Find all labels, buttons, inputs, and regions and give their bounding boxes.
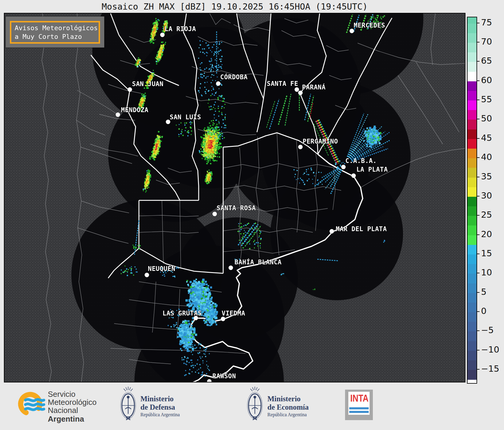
city-label-la-rioja: LA RIOJA — [165, 25, 196, 33]
colorbar-tick-label: 70 — [481, 36, 492, 47]
city-label-c-a-b-a-: C.A.B.A. — [345, 157, 377, 164]
colorbar-segment — [468, 254, 477, 264]
city-label-las-grutas: LAS GRUTAS — [163, 310, 202, 317]
city-dot-santa-fe — [295, 87, 299, 92]
colorbar-segment — [468, 81, 477, 91]
city-dot-cordoba — [216, 81, 220, 86]
city-dot-neuquen — [145, 273, 149, 277]
city-label-la-plata: LA PLATA — [356, 166, 388, 173]
colorbar-tick-mark — [477, 80, 480, 81]
colorbar-segment — [468, 245, 477, 255]
inta-logo: INTA — [345, 390, 373, 420]
colorbar-tick-mark — [477, 138, 480, 139]
city-label-mar-del-plata: MAR DEL PLATA — [336, 225, 387, 233]
colorbar-tick-mark — [477, 177, 480, 177]
colorbar-tick-label: 15 — [481, 248, 492, 258]
colorbar-tick-label: 5 — [481, 287, 486, 297]
smn-logo-icon — [16, 388, 46, 422]
colorbar-segment — [468, 178, 477, 187]
city-label-santa-rosa: SANTA ROSA — [217, 205, 256, 212]
inta-logo-panel: INTA — [348, 392, 370, 415]
alert-line-1: Avisos Meteorológicos — [15, 24, 99, 32]
radar-mosaic-page: Mosaico ZH MAX [dBZ] 19.10.2025 16:45HOA… — [0, 0, 504, 430]
colorbar-segment — [468, 197, 477, 207]
smn-line-3: Nacional — [48, 406, 96, 414]
colorbar-segment — [468, 17, 477, 24]
colorbar-segment — [468, 43, 477, 53]
alert-box-frame: Avisos Meteorológicos a Muy Corto Plazo — [10, 21, 100, 44]
colorbar-tick-label: 10 — [481, 267, 492, 277]
colorbar-segment — [468, 72, 477, 82]
colorbar-tick-label: 65 — [481, 56, 492, 66]
colorbar-segment — [468, 158, 477, 168]
economia-coat — [246, 386, 264, 425]
colorbar-tick-mark — [477, 119, 480, 119]
city-label-mercedes: MERCEDES — [354, 22, 385, 29]
inta-bar-2 — [349, 411, 369, 413]
colorbar-tick-mark — [477, 311, 480, 312]
colorbar-segment — [468, 283, 477, 293]
colorbar-segment — [468, 274, 477, 283]
colorbar-tick-label: −5 — [481, 325, 494, 335]
colorbar-tick-label: 60 — [481, 75, 492, 85]
city-dot-rawson — [207, 379, 212, 383]
colorbar-tick-label: 35 — [481, 171, 492, 182]
inta-wordmark: INTA — [350, 393, 367, 404]
colorbar-tick-mark — [477, 234, 480, 235]
colorbar-tick-label: 75 — [481, 17, 492, 28]
city-dot-la-rioja — [160, 33, 165, 37]
colorbar-tick-mark — [477, 157, 480, 158]
city-dot-bahia-blanca — [229, 266, 233, 270]
colorbar-segment — [468, 149, 477, 158]
colorbar-segment — [468, 303, 477, 312]
city-label-parana: PARANÁ — [302, 84, 326, 91]
economia-line-2: de Economía — [267, 403, 309, 411]
colorbar — [467, 17, 477, 384]
city-dot-c-a-b-a- — [341, 165, 346, 169]
colorbar-tick-mark — [477, 254, 480, 254]
colorbar-segment — [468, 351, 477, 361]
colorbar-tick-mark — [477, 273, 480, 273]
city-dot-mar-del-plata — [330, 229, 334, 234]
colorbar-tick-mark — [477, 196, 480, 196]
economia-wordmark: Ministerio de Economía República Argenti… — [267, 395, 309, 417]
city-dot-san-juan — [128, 87, 132, 92]
city-label-san-luis: SAN LUIS — [170, 114, 201, 121]
colorbar-tick-label: 50 — [481, 113, 492, 123]
colorbar-tick-label: 45 — [481, 133, 492, 143]
smn-line-1: Servicio — [48, 390, 96, 398]
page-title: Mosaico ZH MAX [dBZ] 19.10.2025 16:45HOA… — [4, 1, 465, 12]
colorbar-segment — [468, 206, 477, 216]
city-label-mendoza: MENDOZA — [121, 106, 148, 114]
colorbar-segment — [468, 24, 477, 33]
colorbar-tick-mark — [477, 350, 480, 350]
radar-echoes-layer — [4, 13, 465, 382]
defensa-line-1: Ministerio — [140, 395, 180, 403]
colorbar-segment — [468, 341, 477, 351]
city-label-cordoba: CÓRDOBA — [220, 74, 248, 81]
city-dot-la-plata — [351, 173, 356, 178]
city-dot-mercedes — [350, 29, 354, 33]
colorbar-tick-mark — [477, 369, 480, 370]
city-label-bahia-blanca: BAHÍA BLANCA — [235, 259, 282, 266]
colorbar-segment — [468, 264, 477, 274]
colorbar-tick-label: 55 — [481, 94, 492, 104]
radar-map: Avisos Meteorológicos a Muy Corto Plazo … — [4, 13, 465, 382]
inta-bar-1 — [349, 407, 369, 409]
city-dot-parana — [298, 91, 303, 95]
colorbar-tick-mark — [477, 61, 480, 62]
city-label-neuquen: NEUQUÉN — [148, 265, 175, 272]
colorbar-tick-mark — [477, 292, 480, 293]
colorbar-tick-label: −10 — [481, 344, 499, 355]
colorbar-tick-mark — [477, 330, 480, 331]
alert-box: Avisos Meteorológicos a Muy Corto Plazo — [6, 16, 104, 48]
city-dot-viedma — [221, 317, 225, 321]
city-label-viedma: VIEDMA — [222, 310, 245, 317]
colorbar-segment — [468, 62, 477, 72]
colorbar-segment — [468, 225, 477, 235]
colorbar-segment — [468, 235, 477, 245]
colorbar-segment — [468, 110, 477, 120]
colorbar-segment — [468, 168, 477, 178]
city-label-rawson: RAWSON — [212, 373, 236, 380]
city-label-santa-fe: SANTA FE — [267, 80, 298, 87]
